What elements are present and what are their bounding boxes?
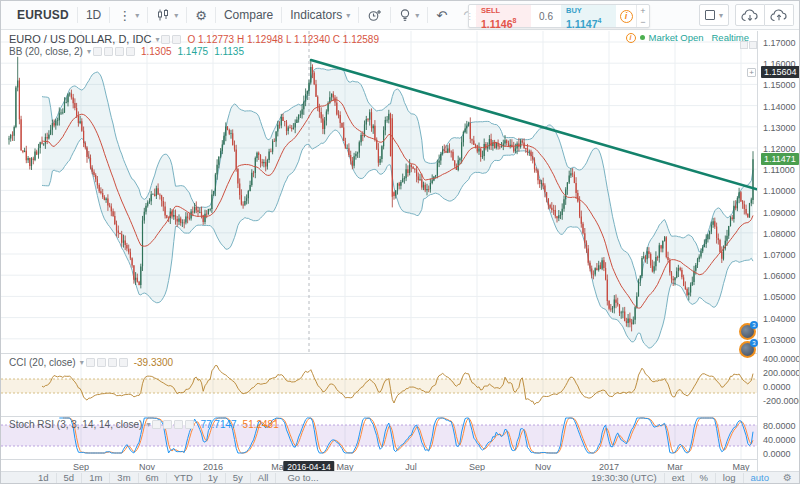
trendline-price-badge: 1.15604 [761, 66, 800, 78]
chevron-down-icon[interactable]: ▾ [87, 47, 91, 56]
chevron-down-icon[interactable]: ▾ [146, 420, 150, 429]
info-icon[interactable]: i [626, 33, 636, 43]
idea-count-badge: 3 [750, 339, 758, 347]
settings-icon[interactable] [104, 47, 113, 56]
buy-price-fraction: 4 [598, 17, 602, 24]
sell-price-fraction: 8 [513, 17, 517, 24]
interval-menu-button[interactable]: ⋮ ▾ [110, 4, 147, 26]
price-tick-label: 1.08000 [763, 229, 796, 239]
range-button-3m[interactable]: 3m [110, 473, 138, 483]
bb-median-value: 1.1305 [141, 46, 172, 57]
close-icon[interactable] [119, 358, 128, 367]
auto-scale-toggle[interactable]: auto [743, 473, 777, 483]
bar-style-button[interactable]: ▾ [148, 4, 186, 26]
chart-properties-button[interactable]: ⚙ [187, 4, 215, 26]
buy-price: 1.1147 [566, 17, 598, 29]
trade-info-button[interactable]: i [616, 5, 636, 27]
settings-icon[interactable] [172, 35, 181, 44]
settings-icon[interactable] [97, 358, 106, 367]
chevron-down-icon: ▾ [346, 11, 350, 20]
stoch-d-value: 51.2481 [243, 419, 279, 430]
range-button-1m[interactable]: 1m [82, 473, 110, 483]
increase-button[interactable]: + [637, 5, 649, 16]
price-tick-label: 1.04000 [763, 314, 796, 324]
bb-legend: BB (20, close, 2) ▾ 1.1305 1.1475 1.1135 [9, 46, 244, 57]
cci-tick-label: 400.0000 [763, 354, 800, 364]
decrease-button[interactable]: − [637, 16, 649, 27]
market-open-dot-icon [640, 35, 645, 40]
layout-select-button[interactable]: ▾ [699, 4, 729, 26]
close-icon[interactable] [126, 47, 135, 56]
top-toolbar: EURUSD 1D ⋮ ▾ ▾ ⚙ Compare Indicators [1, 1, 799, 30]
add-icon[interactable] [115, 47, 124, 56]
add-icon[interactable] [174, 420, 183, 429]
pane-separator[interactable] [1, 416, 757, 417]
price-tick-label: 1.05000 [763, 292, 796, 302]
undo-button[interactable]: ↶ [428, 4, 455, 26]
stoch-label[interactable]: Stoch RSI (3, 3, 14, 14, close) [9, 419, 142, 430]
indicators-button[interactable]: Indicators ▾ [282, 4, 358, 26]
main-price-pane[interactable] [1, 31, 757, 353]
cci-label[interactable]: CCI (20, close) [9, 357, 76, 368]
log-scale-toggle[interactable]: log [715, 473, 743, 483]
idea-avatar[interactable]: 3 [739, 341, 756, 358]
settings-icon[interactable] [163, 420, 172, 429]
close-icon[interactable] [185, 420, 194, 429]
range-button-5y[interactable]: 5y [226, 473, 251, 483]
range-button-1y[interactable]: 1y [201, 473, 226, 483]
bb-label[interactable]: BB (20, close, 2) [9, 46, 83, 57]
cci-tick-label: -200.0000 [763, 396, 800, 406]
eye-icon[interactable] [152, 420, 161, 429]
percent-scale-toggle[interactable]: % [691, 473, 714, 483]
chevron-down-icon[interactable]: ▾ [80, 358, 84, 367]
add-icon[interactable] [108, 358, 117, 367]
range-button-all[interactable]: All [251, 473, 277, 483]
range-button-ytd[interactable]: YTD [167, 473, 201, 483]
buy-label: BUY [566, 7, 611, 15]
ext-hours-toggle[interactable]: ext [664, 473, 692, 483]
pane-up-button[interactable] [740, 41, 748, 49]
cci-value: -39.3300 [134, 357, 173, 368]
chevron-down-icon[interactable]: ▾ [155, 35, 159, 44]
range-button-6m[interactable]: 6m [139, 473, 167, 483]
price-tick-label: 1.14000 [763, 102, 796, 112]
quick-alert-plus-button[interactable]: + [747, 68, 756, 77]
pane-down-button[interactable] [749, 41, 757, 49]
stoch-tick-label: 0.0000 [763, 449, 791, 459]
price-tick-label: 1.15000 [763, 80, 796, 90]
idea-avatar[interactable]: 3 [739, 323, 756, 340]
price-tick-label: 1.10000 [763, 186, 796, 196]
symbol-legend: EURO / US DOLLAR, D, IDC ▾ O 1.12773 H 1… [9, 33, 379, 45]
eye-icon[interactable] [86, 358, 95, 367]
range-button-5d[interactable]: 5d [57, 473, 83, 483]
ideas-button[interactable]: ▾ [391, 4, 427, 26]
pane-separator[interactable] [1, 353, 757, 354]
market-status: i Market Open Realtime [626, 32, 749, 43]
lightbulb-icon [399, 8, 411, 22]
sell-button[interactable]: SELL 1.11468 [476, 5, 531, 27]
dots-icon: ⋮ [118, 8, 131, 23]
price-tick-label: 1.13000 [763, 123, 796, 133]
gear-icon[interactable]: ⚙ [776, 473, 799, 483]
range-button-1d[interactable]: 1d [31, 473, 57, 483]
eye-icon[interactable] [93, 47, 102, 56]
save-chart-button[interactable] [765, 4, 794, 26]
buy-button[interactable]: BUY 1.11474 [561, 5, 616, 27]
sell-label: SELL [481, 7, 526, 15]
cci-legend: CCI (20, close) ▾ -39.3300 [9, 357, 173, 368]
symbol-title[interactable]: EURO / US DOLLAR, D, IDC [9, 33, 151, 45]
sell-price: 1.1146 [481, 17, 513, 29]
interval-button[interactable]: 1D [78, 4, 109, 26]
price-axis[interactable]: + 1.15604 1.11471 1.170001.160001.150001… [757, 31, 800, 474]
goto-button[interactable]: Go to... [280, 473, 325, 483]
add-alert-button[interactable] [359, 4, 390, 26]
cci-tick-label: 200.0000 [763, 368, 800, 378]
load-chart-button[interactable] [735, 4, 765, 26]
gear-icon: ⚙ [195, 8, 207, 23]
chevron-down-icon: ▾ [719, 11, 723, 20]
compare-button[interactable]: Compare [216, 4, 281, 26]
symbol-input[interactable]: EURUSD [9, 4, 77, 26]
eye-icon[interactable] [161, 35, 170, 44]
drag-handle[interactable]: ⋮⋮ [469, 5, 476, 27]
candlestick-icon [156, 8, 170, 22]
